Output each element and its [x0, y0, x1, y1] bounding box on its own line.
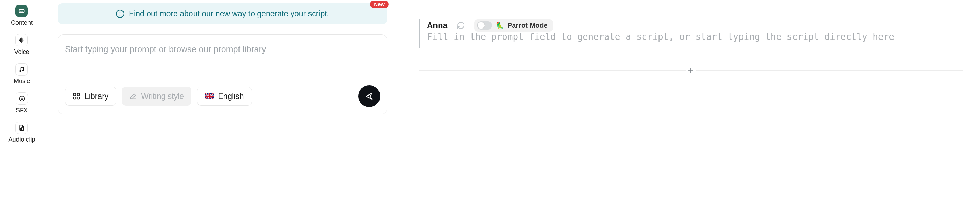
main-area: New ! Find out more about our new way to…	[44, 0, 980, 202]
parrot-mode-toggle[interactable]	[477, 21, 492, 30]
new-badge: New	[370, 1, 389, 8]
sidebar-item-label: Audio clip	[8, 136, 35, 143]
prompt-input[interactable]	[65, 44, 380, 54]
left-pane: New ! Find out more about our new way to…	[44, 0, 401, 202]
right-pane: Anna 🦜 Parrot Mode	[401, 0, 980, 202]
voice-icon	[16, 34, 28, 46]
prompt-toolbar: Library Writing style	[65, 85, 380, 107]
svg-rect-22	[205, 96, 214, 97]
uk-flag-icon	[205, 93, 214, 99]
sidebar-item-sfx[interactable]: SFX	[16, 92, 28, 114]
grid-icon	[73, 92, 80, 100]
info-icon: !	[116, 10, 124, 18]
svg-rect-13	[74, 93, 76, 96]
parrot-mode-pill: 🦜 Parrot Mode	[474, 19, 553, 32]
svg-point-10	[19, 96, 24, 101]
banner-text: Find out more about our new way to gener…	[129, 9, 329, 19]
section-divider	[418, 70, 963, 71]
send-icon	[364, 91, 374, 101]
svg-point-11	[21, 98, 23, 99]
svg-rect-16	[77, 97, 79, 99]
add-section-button[interactable]	[686, 65, 696, 75]
sidebar-item-voice[interactable]: Voice	[14, 34, 29, 56]
sidebar-item-content[interactable]: Content	[11, 5, 33, 26]
pencil-icon	[129, 92, 137, 100]
sfx-icon	[16, 92, 28, 105]
content-icon	[16, 5, 28, 17]
music-icon	[16, 63, 28, 75]
library-label: Library	[84, 92, 108, 101]
parrot-icon: 🦜	[495, 21, 504, 30]
writing-style-button: Writing style	[122, 87, 191, 106]
sidebar-item-label: Content	[11, 19, 33, 26]
voice-name: Anna	[427, 21, 447, 30]
svg-rect-0	[19, 9, 24, 13]
sidebar-item-label: Voice	[14, 48, 29, 56]
parrot-mode-label: Parrot Mode	[508, 22, 548, 30]
language-button[interactable]: English	[197, 87, 251, 106]
sidebar-item-label: Music	[14, 78, 30, 85]
svg-rect-14	[77, 93, 79, 96]
script-input[interactable]	[427, 32, 963, 47]
prompt-card: Library Writing style	[58, 34, 387, 114]
svg-point-9	[23, 70, 24, 71]
svg-rect-15	[74, 97, 76, 99]
sidebar: Content Voice Music	[0, 0, 44, 202]
send-button[interactable]	[358, 85, 380, 107]
audio-clip-icon	[16, 122, 28, 134]
sidebar-item-label: SFX	[16, 107, 28, 114]
library-button[interactable]: Library	[65, 87, 116, 106]
voice-row: Anna 🦜 Parrot Mode	[427, 19, 963, 32]
sidebar-item-audio-clip[interactable]: Audio clip	[8, 122, 35, 143]
info-banner[interactable]: New ! Find out more about our new way to…	[58, 3, 387, 24]
writing-style-label: Writing style	[141, 92, 184, 101]
sidebar-item-music[interactable]: Music	[14, 63, 30, 85]
language-label: English	[218, 92, 243, 101]
refresh-icon[interactable]	[457, 21, 465, 30]
svg-point-8	[20, 71, 21, 71]
